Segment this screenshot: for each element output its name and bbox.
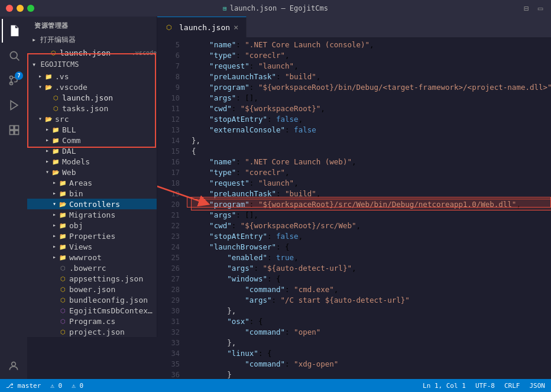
models-folder[interactable]: 📁 Models xyxy=(27,156,157,167)
svg-marker-5 xyxy=(11,101,18,110)
line-number-25: 25 xyxy=(157,252,187,263)
programcs-label: Program.cs xyxy=(69,317,157,326)
tasks-json-file[interactable]: ⬡ tasks.json xyxy=(27,103,157,114)
dal-chevron xyxy=(44,147,51,154)
src-chevron xyxy=(37,115,44,122)
svg-rect-7 xyxy=(15,126,19,130)
web-folder[interactable]: 📂 Web xyxy=(27,167,157,177)
spacer xyxy=(41,49,48,56)
file-location-badge: .vscode xyxy=(132,50,157,56)
project-section[interactable]: ▾ EGOJITCMS xyxy=(27,58,157,71)
debug-activity-icon[interactable] xyxy=(2,93,25,117)
minimize-button[interactable] xyxy=(17,5,24,12)
svg-line-1 xyxy=(17,58,20,61)
code-line-16: "name": ".NET Core Launch (web)", xyxy=(192,157,551,167)
program-cs-file[interactable]: ⬡ Program.cs xyxy=(27,316,157,326)
line-number-29: 29 xyxy=(157,295,187,306)
open-editors-section[interactable]: ▸ 打开编辑器 xyxy=(27,33,157,47)
web-chevron xyxy=(44,169,51,176)
appsettings-icon: ⬡ xyxy=(58,274,67,283)
vscode-label: .vscode xyxy=(55,83,157,92)
src-label: src xyxy=(55,115,157,124)
vscode-chevron xyxy=(37,83,44,90)
obj-folder[interactable]: 📁 obj xyxy=(27,220,157,231)
search-activity-icon[interactable] xyxy=(2,44,25,67)
code-line-5: "name": ".NET Core Launch (console)", xyxy=(192,40,551,50)
bower-spacer xyxy=(51,286,58,293)
files-activity-icon[interactable] xyxy=(2,19,25,43)
line-number-32: 32 xyxy=(157,327,187,338)
project-label: ▾ EGOJITCMS xyxy=(32,60,79,69)
code-area[interactable]: "name": ".NET Core Launch (console)", "t… xyxy=(187,37,551,379)
code-line-19: "preLaunchTask": "build", xyxy=(192,189,551,199)
account-icon[interactable] xyxy=(8,360,20,374)
programcs-icon: ⬡ xyxy=(58,316,67,326)
bundleconfig-file[interactable]: ⬡ bundleconfig.json xyxy=(27,294,157,305)
toggle-panel-button[interactable]: ▭ xyxy=(536,4,545,13)
appsettings-file[interactable]: ⬡ appsettings.json xyxy=(27,273,157,284)
extensions-activity-icon[interactable] xyxy=(2,118,25,142)
views-folder-icon: 📁 xyxy=(58,242,67,251)
tab-close-button[interactable]: × xyxy=(234,22,238,32)
web-folder-icon: 📂 xyxy=(51,167,60,177)
bll-label: BLL xyxy=(62,125,157,134)
svg-point-10 xyxy=(12,362,16,366)
bowerrc-file[interactable]: ⬡ .bowerrc xyxy=(27,263,157,273)
wwwroot-folder[interactable]: 📁 wwwroot xyxy=(27,252,157,263)
code-line-25: "enabled": true, xyxy=(192,252,551,263)
line-number-30: 30 xyxy=(157,306,187,316)
comm-folder[interactable]: 📁 Comm xyxy=(27,135,157,145)
views-chevron xyxy=(51,243,58,250)
vs-folder[interactable]: 📁 .vs xyxy=(27,71,157,82)
migrations-folder[interactable]: 📁 Migrations xyxy=(27,209,157,220)
line-number-34: 34 xyxy=(157,348,187,359)
dbcontext-file[interactable]: ⬡ EgojitCmsDbContext. xyxy=(27,305,157,316)
vscode-folder[interactable]: 📂 .vscode xyxy=(27,82,157,92)
tab-bar: ⬡ launch.json × xyxy=(157,17,551,37)
line-number-31: 31 xyxy=(157,316,187,327)
areas-folder[interactable]: 📁 Areas xyxy=(27,177,157,188)
close-button[interactable] xyxy=(6,5,13,12)
projectjson-spacer xyxy=(51,328,58,335)
src-folder[interactable]: 📂 src xyxy=(27,114,157,124)
launch-json-tab[interactable]: ⬡ launch.json × xyxy=(157,17,247,37)
migrations-folder-icon: 📁 xyxy=(58,210,67,219)
properties-folder[interactable]: 📁 Properties xyxy=(27,231,157,241)
line-number-19: 19 xyxy=(157,189,187,199)
bowerrc-spacer xyxy=(51,264,58,271)
main-container: 资源管理器 ▸ 打开编辑器 ⬡ launch.json .vscode ▾ EG… xyxy=(0,17,551,379)
launch-json-file[interactable]: ⬡ launch.json xyxy=(27,92,157,103)
wwwroot-label: wwwroot xyxy=(69,253,157,262)
controllers-folder[interactable]: 📂 Controllers xyxy=(27,199,157,209)
appsettings-label: appsettings.json xyxy=(69,274,157,283)
maximize-button[interactable] xyxy=(27,5,34,12)
bin-folder[interactable]: 📁 bin xyxy=(27,188,157,199)
bll-folder[interactable]: 📁 BLL xyxy=(27,124,157,135)
line-number-24: 24 xyxy=(157,242,187,252)
line-number-12: 12 xyxy=(157,114,187,125)
status-bar: ⎇ master ⚠ 0 ⚠ 0 Ln 1, Col 1 UTF-8 CRLF … xyxy=(0,379,551,392)
tasks-json-label: tasks.json xyxy=(62,104,157,113)
project-json-file[interactable]: ⬡ project.json xyxy=(27,326,157,337)
branch-status[interactable]: ⎇ master xyxy=(6,382,41,390)
code-line-26: "args": "${auto-detect-url}", xyxy=(192,263,551,274)
open-file-label: launch.json xyxy=(60,48,129,57)
obj-label: obj xyxy=(69,221,157,230)
code-line-36: } xyxy=(192,370,551,379)
migrations-chevron xyxy=(51,211,58,218)
titlebar-file-icon: ⊞ xyxy=(223,5,227,12)
sidebar: 资源管理器 ▸ 打开编辑器 ⬡ launch.json .vscode ▾ EG… xyxy=(27,17,157,337)
code-line-24: "launchBrowser": { xyxy=(192,242,551,252)
line-number-15: 15 xyxy=(157,146,187,157)
line-number-23: 23 xyxy=(157,231,187,242)
split-editor-button[interactable]: ⊟ xyxy=(521,4,531,13)
bower-json-file[interactable]: ⬡ bower.json xyxy=(27,284,157,294)
code-line-9: "program": "${workspaceRoot}/bin/Debug/<… xyxy=(192,82,551,93)
open-file-launch-json[interactable]: ⬡ launch.json .vscode xyxy=(27,47,157,58)
views-folder[interactable]: 📁 Views xyxy=(27,241,157,252)
source-control-activity-icon[interactable] xyxy=(2,69,25,92)
line-number-11: 11 xyxy=(157,103,187,114)
dal-folder[interactable]: 📁 DAL xyxy=(27,145,157,156)
bower-json-icon: ⬡ xyxy=(58,284,67,294)
line-numbers: 5678910111213141516171819202122232425262… xyxy=(157,37,187,379)
